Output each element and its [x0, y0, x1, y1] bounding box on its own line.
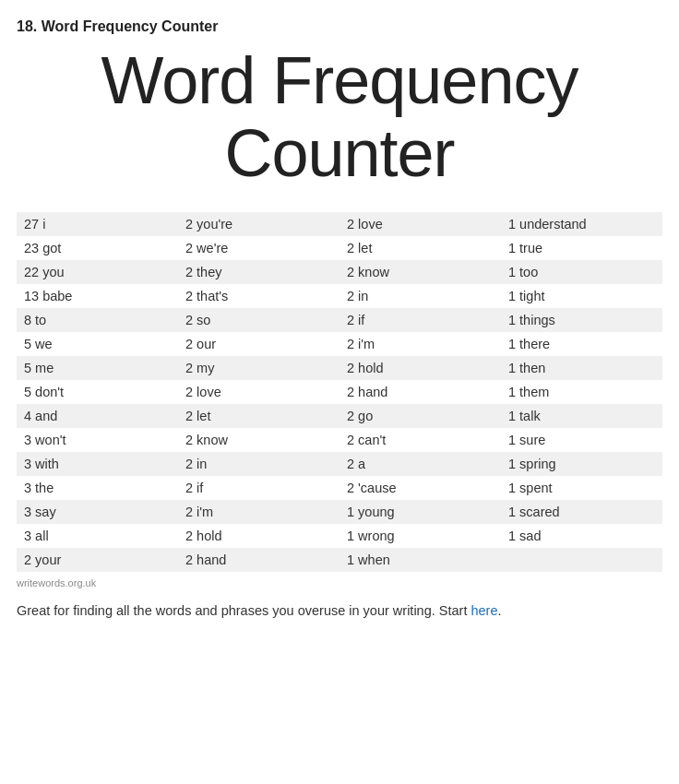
table-cell: 2 know — [178, 428, 340, 452]
table-cell: 2 know — [340, 260, 501, 284]
table-row: 22 you2 they2 know1 too — [17, 260, 662, 284]
table-cell: 2 if — [178, 476, 340, 500]
table-cell: 1 true — [501, 236, 662, 260]
table-row: 3 the2 if2 'cause1 spent — [17, 476, 662, 500]
table-row: 5 we2 our2 i'm1 there — [17, 332, 662, 356]
table-cell: 5 me — [17, 356, 178, 380]
footer-text: Great for finding all the words and phra… — [17, 601, 662, 622]
table-cell: 27 i — [17, 212, 178, 236]
table-cell: 2 hold — [340, 356, 501, 380]
table-cell: 2 a — [340, 452, 501, 476]
table-cell: 22 you — [17, 260, 178, 284]
table-cell: 5 don't — [17, 380, 178, 404]
table-cell: 1 tight — [501, 284, 662, 308]
footer-content: Great for finding all the words and phra… — [17, 603, 471, 618]
table-cell: 2 if — [340, 308, 501, 332]
page-title: 18. Word Frequency Counter — [17, 18, 662, 35]
footer-end: . — [497, 603, 501, 618]
big-title-line1: Word Frequency — [101, 43, 578, 117]
table-cell: 2 we're — [178, 236, 340, 260]
table-cell: 8 to — [17, 308, 178, 332]
table-cell: 2 i'm — [178, 500, 340, 524]
big-title-line2: Counter — [224, 116, 454, 190]
table-row: 3 with2 in2 a1 spring — [17, 452, 662, 476]
table-cell: 2 love — [340, 212, 501, 236]
table-cell: 2 in — [340, 284, 501, 308]
table-cell: 2 that's — [178, 284, 340, 308]
table-cell: 2 love — [178, 380, 340, 404]
table-cell: 1 sure — [501, 428, 662, 452]
table-cell: 2 hold — [178, 524, 340, 548]
table-cell: 2 can't — [340, 428, 501, 452]
table-cell: 2 in — [178, 452, 340, 476]
table-cell: 2 they — [178, 260, 340, 284]
table-cell: 1 there — [501, 332, 662, 356]
table-cell: 1 spring — [501, 452, 662, 476]
table-cell: 3 won't — [17, 428, 178, 452]
table-cell: 2 so — [178, 308, 340, 332]
big-title: Word Frequency Counter — [17, 44, 662, 190]
table-row: 27 i2 you're2 love1 understand — [17, 212, 662, 236]
table-cell: 1 sad — [501, 524, 662, 548]
table-cell: 2 'cause — [340, 476, 501, 500]
table-cell: 1 spent — [501, 476, 662, 500]
table-cell: 2 hand — [340, 380, 501, 404]
table-cell: 1 then — [501, 356, 662, 380]
table-row: 5 me2 my2 hold1 then — [17, 356, 662, 380]
table-cell: 1 too — [501, 260, 662, 284]
table-cell: 1 talk — [501, 404, 662, 428]
table-row: 2 your2 hand1 when — [17, 548, 662, 572]
table-row: 3 say2 i'm1 young1 scared — [17, 500, 662, 524]
table-cell: 1 wrong — [340, 524, 501, 548]
table-cell: 5 we — [17, 332, 178, 356]
table-cell: 4 and — [17, 404, 178, 428]
table-cell: 1 things — [501, 308, 662, 332]
table-cell: 13 babe — [17, 284, 178, 308]
table-row: 3 won't2 know2 can't1 sure — [17, 428, 662, 452]
table-cell: 1 when — [340, 548, 501, 572]
frequency-table: 27 i2 you're2 love1 understand23 got2 we… — [17, 212, 662, 572]
table-cell: 1 scared — [501, 500, 662, 524]
table-cell — [501, 548, 662, 572]
table-cell: 2 i'm — [340, 332, 501, 356]
table-row: 4 and2 let2 go1 talk — [17, 404, 662, 428]
table-cell: 2 our — [178, 332, 340, 356]
table-cell: 3 all — [17, 524, 178, 548]
table-cell: 2 go — [340, 404, 501, 428]
table-cell: 2 hand — [178, 548, 340, 572]
table-cell: 23 got — [17, 236, 178, 260]
table-cell: 2 your — [17, 548, 178, 572]
table-cell: 2 let — [178, 404, 340, 428]
table-cell: 3 the — [17, 476, 178, 500]
table-row: 5 don't2 love2 hand1 them — [17, 380, 662, 404]
table-cell: 3 say — [17, 500, 178, 524]
table-cell: 3 with — [17, 452, 178, 476]
table-cell: 2 my — [178, 356, 340, 380]
table-row: 3 all2 hold1 wrong1 sad — [17, 524, 662, 548]
source-label: writewords.org.uk — [17, 577, 662, 588]
table-cell: 2 you're — [178, 212, 340, 236]
table-row: 8 to2 so2 if1 things — [17, 308, 662, 332]
table-cell: 2 let — [340, 236, 501, 260]
table-cell: 1 them — [501, 380, 662, 404]
table-row: 13 babe2 that's2 in1 tight — [17, 284, 662, 308]
here-link[interactable]: here — [471, 603, 497, 618]
table-cell: 1 understand — [501, 212, 662, 236]
table-row: 23 got2 we're2 let1 true — [17, 236, 662, 260]
table-cell: 1 young — [340, 500, 501, 524]
